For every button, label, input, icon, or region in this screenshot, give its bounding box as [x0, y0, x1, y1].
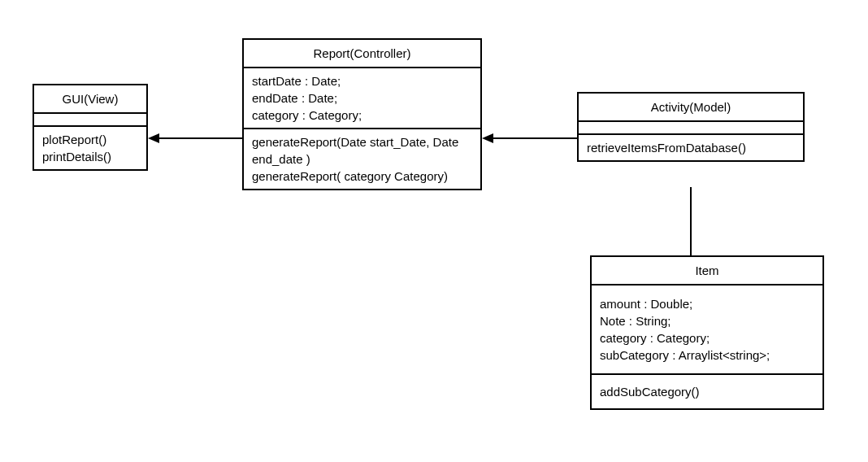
class-attributes-empty [579, 122, 803, 135]
class-title: Report(Controller) [244, 40, 480, 68]
attribute: category : Category; [252, 107, 472, 124]
attribute: endDate : Date; [252, 89, 472, 107]
connector-activity-to-item [687, 187, 695, 257]
class-attributes-empty [34, 114, 146, 127]
class-title: Activity(Model) [579, 94, 803, 122]
attribute: Note : String; [600, 312, 814, 329]
method: retrieveItemsFromDatabase() [587, 139, 795, 156]
connector-report-to-gui [148, 130, 244, 146]
method: plotReport() [42, 131, 138, 148]
attribute: category : Category; [600, 329, 814, 346]
class-report-controller: Report(Controller) startDate : Date; end… [242, 38, 482, 190]
class-methods: plotReport() printDetails() [34, 127, 146, 169]
class-methods: retrieveItemsFromDatabase() [579, 135, 803, 160]
class-activity-model: Activity(Model) retrieveItemsFromDatabas… [577, 92, 805, 162]
svg-marker-1 [148, 133, 159, 143]
attribute: startDate : Date; [252, 72, 472, 89]
class-gui-view: GUI(View) plotReport() printDetails() [33, 84, 148, 171]
class-item: Item amount : Double; Note : String; cat… [590, 255, 824, 410]
method: generateReport(Date start_Date, Date end… [252, 133, 472, 168]
class-title: Item [592, 257, 822, 285]
class-methods: generateReport(Date start_Date, Date end… [244, 129, 480, 189]
class-attributes: startDate : Date; endDate : Date; catego… [244, 68, 480, 129]
method: printDetails() [42, 148, 138, 165]
method: generateReport( category Category) [252, 168, 472, 185]
connector-activity-to-report [482, 130, 579, 146]
attribute: subCategory : Arraylist<string>; [600, 346, 814, 364]
attribute: amount : Double; [600, 295, 814, 312]
class-methods: addSubCategory() [592, 375, 822, 408]
svg-marker-3 [482, 133, 493, 143]
method: addSubCategory() [600, 383, 814, 400]
class-attributes: amount : Double; Note : String; category… [592, 285, 822, 375]
class-title: GUI(View) [34, 85, 146, 114]
